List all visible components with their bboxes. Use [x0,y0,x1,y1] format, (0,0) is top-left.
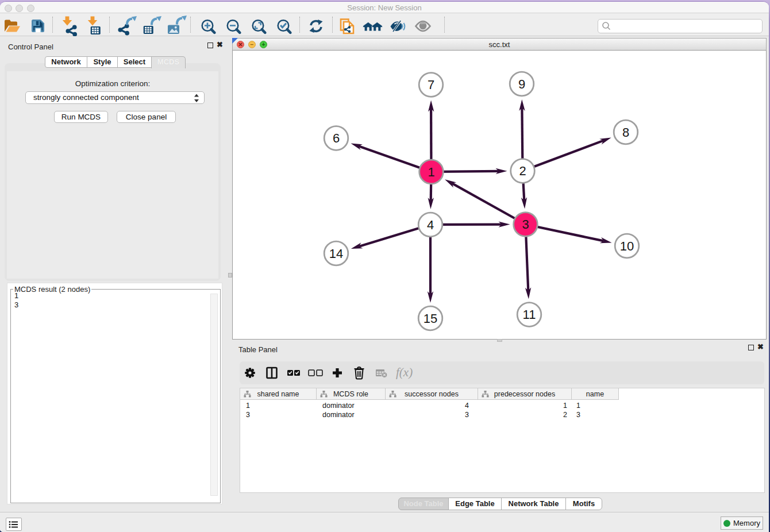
svg-text:10: 10 [620,239,634,253]
svg-text:8: 8 [622,125,629,140]
svg-text:1: 1 [428,165,434,179]
svg-text:11: 11 [523,307,536,322]
svg-text:9: 9 [518,77,525,91]
svg-text:4: 4 [427,218,434,232]
svg-text:14: 14 [329,246,343,261]
svg-text:2: 2 [519,164,526,178]
svg-text:3: 3 [522,217,529,232]
svg-text:6: 6 [333,131,340,145]
svg-text:15: 15 [424,311,437,326]
svg-text:7: 7 [428,78,434,92]
